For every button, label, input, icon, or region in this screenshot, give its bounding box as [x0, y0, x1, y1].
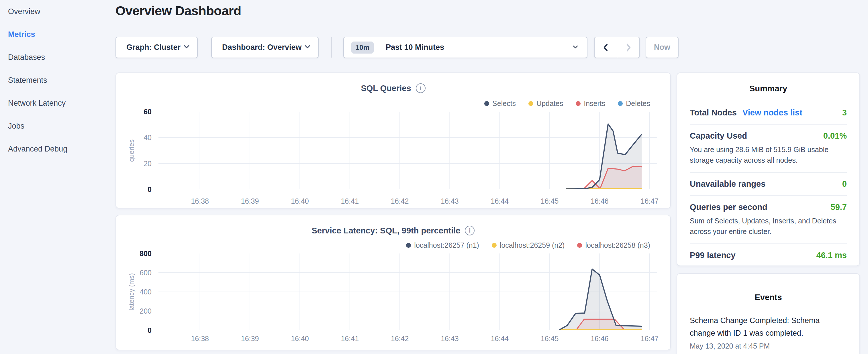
time-window-badge: 10m: [351, 41, 374, 54]
x-tick-label: 16:39: [234, 197, 266, 205]
sidebar-item-databases[interactable]: Databases: [0, 46, 115, 69]
summary-rows: Total NodesView nodes list3Capacity Used…: [690, 101, 847, 267]
event-text: Schema Change Completed: Schema change w…: [690, 314, 847, 340]
legend-label: Updates: [536, 99, 563, 108]
sidebar-item-statements[interactable]: Statements: [0, 69, 115, 92]
summary-row-head: Capacity Used0.01%: [690, 131, 847, 141]
x-tick-label: 16:43: [434, 334, 465, 343]
x-tick-label: 16:42: [384, 334, 415, 343]
legend-label: Selects: [492, 99, 516, 108]
sidebar-item-advanced-debug[interactable]: Advanced Debug: [0, 137, 115, 160]
x-tick-label: 16:44: [484, 197, 516, 205]
x-tick-label: 16:47: [634, 334, 665, 343]
legend-label: Inserts: [584, 99, 605, 108]
legend-item-localhost-26257-n1[interactable]: localhost:26257 (n1): [406, 241, 479, 250]
x-tick-label: 16:38: [184, 334, 216, 343]
event-timestamp: May 13, 2020 at 4:45 PM: [690, 342, 847, 350]
summary-row-head: P99 latency46.1 ms: [690, 251, 847, 260]
sidebar-item-network-latency[interactable]: Network Latency: [0, 92, 115, 115]
sidebar-item-overview[interactable]: Overview: [0, 0, 115, 23]
events-list: Schema Change Completed: Schema change w…: [690, 314, 847, 350]
previous-time-button[interactable]: [594, 37, 617, 58]
now-button[interactable]: Now: [646, 37, 679, 58]
y-tick-label: 400: [117, 288, 152, 296]
controls-divider: [331, 37, 332, 58]
chart-title: Service Latency: SQL, 99th percentile: [312, 226, 461, 235]
legend-dot: [484, 101, 489, 106]
legend-item-selects[interactable]: Selects: [484, 99, 516, 108]
time-window-label: Past 10 Minutes: [386, 43, 444, 52]
chart-svg: [158, 112, 657, 189]
summary-row-head: Total NodesView nodes list3: [690, 108, 847, 118]
x-tick-label: 16:41: [334, 334, 366, 343]
dashboard-dropdown-label: Dashboard: Overview: [222, 43, 302, 52]
summary-row-label: Total Nodes: [690, 108, 737, 118]
info-icon[interactable]: i: [416, 83, 426, 93]
legend-label: Deletes: [626, 99, 650, 108]
legend-item-deletes[interactable]: Deletes: [618, 99, 650, 108]
events-title: Events: [677, 293, 859, 302]
next-time-button[interactable]: [617, 37, 640, 58]
legend-dot: [492, 243, 497, 248]
legend-dot: [406, 243, 411, 248]
legend-dot: [576, 101, 581, 106]
summary-panel: Summary Total NodesView nodes list3Capac…: [677, 72, 860, 266]
legend-item-updates[interactable]: Updates: [528, 99, 563, 108]
summary-row-value: 46.1 ms: [816, 251, 847, 260]
x-tick-label: 16:40: [284, 197, 315, 205]
time-window-select[interactable]: 10m Past 10 Minutes: [343, 37, 587, 58]
time-step-buttons: [594, 37, 640, 58]
sidebar-item-jobs[interactable]: Jobs: [0, 115, 115, 137]
legend-label: localhost:26259 (n2): [500, 241, 565, 250]
sidebar-item-metrics[interactable]: Metrics: [0, 23, 115, 46]
legend-label: localhost:26257 (n1): [414, 241, 479, 250]
y-tick-label: 0: [117, 185, 152, 194]
info-icon[interactable]: i: [465, 226, 474, 235]
chart-plot-area: [158, 112, 657, 189]
chevron-left-icon: [602, 43, 610, 52]
summary-row-capacity-used: Capacity Used0.01%You are using 28.6 MiB…: [690, 125, 847, 173]
chevron-down-icon: [304, 45, 311, 50]
legend-dot: [577, 243, 582, 248]
chart-title: SQL Queries: [361, 84, 411, 93]
events-panel: Events Schema Change Completed: Schema c…: [677, 273, 860, 354]
dashboard-dropdown[interactable]: Dashboard: Overview: [211, 37, 319, 58]
service-latency-chart-panel: Service Latency: SQL, 99th percentile i …: [116, 215, 671, 350]
y-tick-label: 60: [117, 107, 152, 116]
x-tick-label: 16:40: [284, 334, 315, 343]
summary-row-label: Queries per second: [690, 202, 767, 212]
graph-dropdown[interactable]: Graph: Cluster: [116, 37, 198, 58]
y-tick-label: 800: [117, 249, 152, 258]
chevron-down-icon: [183, 45, 190, 50]
legend-label: localhost:26258 (n3): [585, 241, 650, 250]
sidebar: OverviewMetricsDatabasesStatementsNetwor…: [0, 0, 115, 160]
summary-row-p99-latency: P99 latency46.1 ms: [690, 244, 847, 267]
y-tick-label: 0: [117, 326, 152, 334]
summary-row-value: 0: [842, 179, 847, 189]
summary-row-label: Capacity Used: [690, 131, 747, 141]
summary-row-unavailable-ranges: Unavailable ranges0: [690, 173, 847, 196]
summary-row-value: 3: [842, 108, 847, 118]
x-tick-label: 16:47: [634, 197, 665, 205]
summary-row-description: You are using 28.6 MiB of 515.9 GiB usab…: [690, 144, 847, 165]
y-tick-label: 600: [117, 268, 152, 277]
summary-row-head: Queries per second59.7: [690, 202, 847, 212]
x-tick-label: 16:46: [584, 197, 615, 205]
summary-row-total-nodes: Total NodesView nodes list3: [690, 101, 847, 125]
legend-item-inserts[interactable]: Inserts: [576, 99, 605, 108]
x-tick-label: 16:45: [534, 197, 565, 205]
summary-row-label: P99 latency: [690, 251, 736, 260]
summary-title: Summary: [677, 84, 859, 93]
x-tick-label: 16:46: [584, 334, 615, 343]
event-item[interactable]: Schema Change Completed: Schema change w…: [690, 314, 847, 350]
summary-row-value: 59.7: [831, 202, 847, 212]
chart-svg: [158, 254, 657, 330]
summary-row-link[interactable]: View nodes list: [743, 108, 802, 118]
legend-item-localhost-26258-n3[interactable]: localhost:26258 (n3): [577, 241, 650, 250]
chart-plot-area: [158, 254, 657, 330]
x-tick-label: 16:44: [484, 334, 516, 343]
chevron-right-icon: [625, 43, 632, 52]
graph-dropdown-label: Graph: Cluster: [126, 43, 181, 52]
legend-item-localhost-26259-n2[interactable]: localhost:26259 (n2): [492, 241, 565, 250]
x-tick-label: 16:39: [234, 334, 266, 343]
